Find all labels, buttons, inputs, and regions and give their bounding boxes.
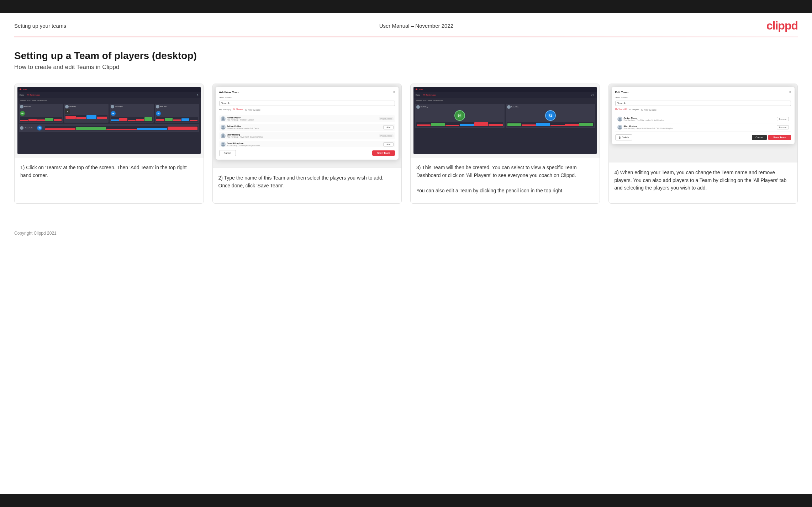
player-avatar-coliba — [221, 125, 226, 130]
ss3-bar — [550, 125, 564, 126]
cancel-button[interactable]: Cancel — [219, 150, 236, 156]
ss1-topbar: clippd — [17, 87, 201, 92]
ss3-name-2: Richard Butler — [511, 106, 519, 108]
ss1-subtitle-bar: Tracking 6 out of 8 players from: All Pl… — [17, 98, 201, 102]
edit-filter-checkbox[interactable] — [641, 109, 643, 111]
delete-button[interactable]: 🗑 Delete — [615, 134, 632, 140]
copyright-text: Copyright Clippd 2021 — [14, 231, 57, 236]
ss1-bar — [136, 119, 144, 121]
ss1-bar — [97, 117, 107, 119]
ss3-nav-teams: My Performance — [423, 94, 436, 96]
remove-player-btn-2[interactable]: Remove — [777, 125, 789, 129]
player-row-1: Adrian Player Plus Handicap · The Shire … — [219, 115, 395, 122]
edit-avatar-2 — [617, 125, 622, 130]
edit-save-team-button[interactable]: Save Team — [768, 135, 791, 140]
ss3-score-badge-2: 72 — [545, 110, 556, 121]
ss1-subtitle-text: Tracking 6 out of 8 players from: All Pl… — [20, 100, 47, 101]
edit-player-info-1: Adrian Player Plus Handicap · The Shire … — [624, 117, 664, 121]
card-1-text: 1) Click on 'Teams' at the top of the sc… — [15, 158, 204, 203]
player-added-badge-3: Player Added — [379, 134, 394, 137]
ss1-bar — [137, 128, 167, 130]
ss1-players-grid: Adrian Coliba 84 — [17, 102, 201, 123]
filter-checkbox[interactable] — [245, 109, 247, 111]
ss1-score-3: 94 — [111, 111, 116, 116]
delete-label: Delete — [622, 136, 629, 139]
ss1-logo-dot — [20, 89, 21, 90]
team-name-input[interactable] — [219, 101, 395, 106]
card-4-screenshot: Edit Team × Team Name * My Team (2) All … — [609, 84, 798, 162]
player-added-badge-1: Player Added — [379, 117, 394, 120]
ss1-bar — [86, 115, 96, 119]
ss3-bars-1 — [416, 122, 503, 127]
ss3-brand: clippd — [419, 89, 423, 90]
bottom-bar — [0, 494, 812, 507]
edit-player-row-left-1: Adrian Player Plus Handicap · The Shire … — [617, 117, 664, 122]
tab-all-players[interactable]: All Players — [233, 108, 243, 111]
ss1-bar — [76, 117, 86, 119]
ss1-player-name-2: Blair McHarg — [69, 106, 75, 107]
ss3-nav: Home My Performance ⚙ 🔍 — [413, 92, 597, 98]
player-club-3: Plus Handicap · Royal North Devon Golf C… — [227, 136, 263, 138]
ss1-bars-3 — [111, 117, 153, 122]
edit-team-name-input[interactable] — [615, 101, 791, 106]
ss3-bar — [417, 124, 431, 126]
ss3-bar — [507, 123, 521, 126]
edit-cancel-button[interactable]: Cancel — [752, 135, 767, 140]
player-club-1: Plus Handicap · The Shire London — [227, 119, 254, 121]
edit-tab-all-players[interactable]: All Players — [629, 108, 639, 111]
ss1-avatar-2 — [65, 105, 69, 108]
edit-player-club-1: Plus Handicap · The Shire London, United… — [624, 119, 664, 121]
modal-title-row: Add New Team × — [219, 90, 395, 94]
card-2: Add New Team × Team Name * My Team (2) A… — [212, 84, 402, 204]
filter-label: Filter by name — [248, 109, 260, 111]
ss1-bar — [119, 118, 127, 121]
svg-point-2 — [222, 134, 224, 136]
edit-filter-label: Filter by name — [644, 109, 657, 111]
ss3-bar — [489, 124, 502, 126]
ss1-bar — [181, 118, 189, 121]
player-list: Adrian Player Plus Handicap · The Shire … — [219, 115, 395, 147]
ss1-avatar-1 — [20, 105, 23, 108]
ss3-bar — [445, 125, 459, 126]
ss1-bars-4 — [156, 117, 198, 122]
ss1-score-4: 78 — [156, 111, 161, 116]
tab-my-team[interactable]: My Team (2) — [219, 108, 231, 111]
ss1-bar — [144, 117, 152, 121]
add-player-btn-2[interactable]: Add — [383, 125, 394, 129]
add-player-btn-4[interactable]: Add — [383, 142, 394, 146]
player-info-4: Dave Billingham 3.5 Handicap · The Oxg M… — [227, 142, 260, 146]
ss1-bottom-score: 72 — [37, 126, 42, 130]
trash-icon: 🗑 — [618, 136, 621, 139]
ss3-bar — [460, 124, 474, 126]
player-info-2: Adrian Coliba 1 Handicap · Central Londo… — [227, 125, 259, 129]
ss1-bar — [168, 127, 198, 130]
ss3-bar — [431, 123, 445, 126]
player-row-left-1: Adrian Player Plus Handicap · The Shire … — [221, 116, 254, 121]
add-team-close-icon[interactable]: × — [393, 90, 395, 94]
player-row-3: Blair McHarg Plus Handicap · Royal North… — [219, 132, 395, 139]
ss1-avatar-3 — [111, 105, 114, 108]
ss1-bar — [54, 119, 62, 121]
edit-footer-actions: Cancel Save Team — [752, 135, 791, 140]
ss1-nav-home: Home — [20, 94, 24, 96]
ss3-name-1: Blair McHarg — [421, 106, 428, 108]
ss1-player-name-3: Dave Billingham — [115, 106, 123, 107]
card-2-screenshot: Add New Team × Team Name * My Team (2) A… — [213, 84, 402, 168]
edit-tab-my-team[interactable]: My Team (2) — [615, 108, 627, 111]
ss1-bars-1 — [20, 117, 62, 122]
edit-modal-tabs: My Team (2) All Players Filter by name — [615, 108, 791, 113]
ss1-bottom-bars — [45, 126, 198, 130]
ss3-score-badge-1: 94 — [454, 110, 465, 121]
edit-team-close-icon[interactable]: × — [789, 90, 791, 94]
ss1-player-card-2: Blair McHarg 0 — [64, 104, 108, 123]
edit-team-modal-box: Edit Team × Team Name * My Team (2) All … — [612, 87, 795, 144]
ss1-player-name-1: Adrian Coliba — [24, 106, 31, 107]
ss1-bar — [128, 120, 136, 121]
save-team-button[interactable]: Save Team — [372, 150, 395, 156]
remove-player-btn-1[interactable]: Remove — [777, 117, 789, 121]
ss3-bars-2 — [507, 122, 594, 127]
ss1-nav-teams: My Performance — [27, 94, 40, 96]
ss1-bar — [65, 116, 75, 119]
edit-filter-by-name: Filter by name — [641, 109, 657, 111]
svg-point-3 — [222, 143, 224, 145]
